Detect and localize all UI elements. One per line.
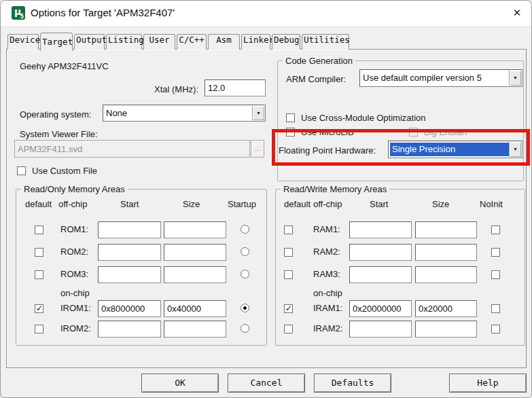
operating-system-select[interactable]: None ▼ <box>103 105 266 122</box>
tab-listing[interactable]: Listing <box>106 34 142 50</box>
rom3-default-checkbox[interactable] <box>35 270 43 279</box>
xtal-input[interactable] <box>205 79 266 96</box>
code-generation-legend: Code Generation <box>283 56 355 66</box>
iram1-start-input[interactable] <box>349 300 412 317</box>
rom1-size-input[interactable] <box>164 221 226 238</box>
rom3-label: ROM3: <box>60 269 88 279</box>
ram2-noinit-checkbox[interactable] <box>491 248 500 257</box>
chevron-down-icon[interactable]: ▼ <box>509 142 521 157</box>
ram3-label: RAM3: <box>313 269 340 279</box>
rom1-default-checkbox[interactable] <box>35 225 43 234</box>
close-icon[interactable]: ✕ <box>506 4 528 22</box>
xtal-label: Xtal (MHz): <box>154 84 198 94</box>
rw-header-offchip: off-chip <box>313 199 342 209</box>
use-cross-module-label: Use Cross-Module Optimization <box>301 113 426 123</box>
irom2-start-input[interactable] <box>98 321 161 338</box>
rom1-startup-radio[interactable] <box>241 225 249 234</box>
ram1-start-input[interactable] <box>349 221 412 238</box>
iram2-noinit-checkbox[interactable] <box>491 325 500 333</box>
rw-header-start: Start <box>370 199 388 209</box>
irom1-size-input[interactable] <box>164 300 226 317</box>
read-write-memory-legend: Read/Write Memory Areas <box>281 184 389 194</box>
ram2-start-input[interactable] <box>349 244 412 261</box>
defaults-button[interactable]: Defaults <box>314 374 391 393</box>
ram2-label: RAM2: <box>313 247 340 257</box>
irom1-startup-radio[interactable] <box>241 304 249 312</box>
iram2-size-input[interactable] <box>415 321 477 338</box>
operating-system-value: None <box>106 108 251 118</box>
options-dialog: μ 5 Options for Target 'APM32F407' ✕ Dev… <box>0 0 532 398</box>
iram1-default-checkbox[interactable] <box>284 304 293 313</box>
rw-onchip-label: on-chip <box>313 288 342 298</box>
use-microlib-checkbox[interactable] <box>286 128 295 137</box>
cancel-button[interactable]: Cancel <box>228 374 305 393</box>
ro-header-offchip: off-chip <box>58 199 87 209</box>
ram1-default-checkbox[interactable] <box>284 225 293 234</box>
use-microlib-label: Use MicroLIB <box>301 127 354 137</box>
iram1-label: IRAM1: <box>313 303 342 313</box>
ram2-size-input[interactable] <box>415 244 477 261</box>
irom1-label: IROM1: <box>60 303 91 313</box>
use-custom-file-label: Use Custom File <box>32 166 97 176</box>
ro-header-start: Start <box>120 199 139 209</box>
rom2-size-input[interactable] <box>164 244 226 261</box>
ram2-default-checkbox[interactable] <box>284 248 293 257</box>
ro-header-size: Size <box>183 199 200 209</box>
iram2-label: IRAM2: <box>313 323 342 333</box>
rom2-start-input[interactable] <box>98 244 161 261</box>
use-custom-file-checkbox[interactable] <box>17 166 26 175</box>
floating-point-hardware-select[interactable]: Single Precision ▼ <box>388 141 522 158</box>
ram1-noinit-checkbox[interactable] <box>491 225 500 234</box>
ram1-label: RAM1: <box>313 224 340 234</box>
irom2-startup-radio[interactable] <box>241 324 249 333</box>
tab-asm[interactable]: Asm <box>208 34 240 50</box>
tab-debug[interactable]: Debug <box>272 34 300 50</box>
ro-onchip-label: on-chip <box>60 288 90 298</box>
tab-output[interactable]: Output <box>74 34 105 50</box>
irom2-default-checkbox[interactable] <box>35 325 43 333</box>
arm-compiler-select[interactable]: Use default compiler version 5 ▼ <box>359 69 522 87</box>
tab-user[interactable]: User <box>143 34 175 50</box>
rom1-start-input[interactable] <box>98 221 161 238</box>
iram2-default-checkbox[interactable] <box>284 325 293 333</box>
system-viewer-file-label: System Viewer File: <box>20 129 98 139</box>
help-button[interactable]: Help <box>449 374 527 393</box>
tab-linker[interactable]: Linker <box>241 34 270 50</box>
ro-header-startup: Startup <box>228 199 256 209</box>
irom1-default-checkbox[interactable] <box>35 304 43 313</box>
irom1-start-input[interactable] <box>98 300 161 317</box>
chevron-down-icon[interactable]: ▼ <box>252 106 264 120</box>
use-cross-module-checkbox[interactable] <box>286 113 295 122</box>
tab-cpp[interactable]: C/C++ <box>177 34 207 50</box>
rom3-start-input[interactable] <box>98 266 161 283</box>
irom2-size-input[interactable] <box>164 321 226 338</box>
ram3-default-checkbox[interactable] <box>284 270 293 279</box>
ok-button[interactable]: OK <box>141 374 219 393</box>
floating-point-hardware-value: Single Precision <box>390 143 509 156</box>
tab-utilities[interactable]: Utilities <box>302 34 349 50</box>
chevron-down-icon[interactable]: ▼ <box>509 71 521 86</box>
rom2-default-checkbox[interactable] <box>35 248 43 257</box>
device-name-label: Geehy APM32F411VC <box>20 61 109 71</box>
irom2-label: IROM2: <box>60 323 91 333</box>
rw-header-noinit: NoInit <box>480 199 503 209</box>
ram1-size-input[interactable] <box>415 221 477 238</box>
ram3-start-input[interactable] <box>349 266 412 283</box>
rom2-startup-radio[interactable] <box>241 247 249 256</box>
ram3-size-input[interactable] <box>415 266 477 283</box>
iram1-noinit-checkbox[interactable] <box>491 304 500 313</box>
arm-compiler-label: ARM Compiler: <box>286 74 346 84</box>
rw-header-default: default <box>284 199 311 209</box>
title-bar: μ 5 Options for Target 'APM32F407' ✕ <box>1 1 531 27</box>
iram2-start-input[interactable] <box>349 321 412 338</box>
uvision-logo-sub: 5 <box>20 14 24 20</box>
big-endian-checkbox <box>409 128 418 137</box>
rom2-label: ROM2: <box>60 247 88 257</box>
tab-device[interactable]: Device <box>7 34 39 50</box>
rom3-size-input[interactable] <box>164 266 226 283</box>
tab-target[interactable]: Target <box>40 33 73 51</box>
iram1-size-input[interactable] <box>415 300 477 317</box>
ram3-noinit-checkbox[interactable] <box>491 270 500 279</box>
rom3-startup-radio[interactable] <box>241 270 249 278</box>
tab-strip: Device Target Output Listing User C/C++ … <box>7 33 351 50</box>
